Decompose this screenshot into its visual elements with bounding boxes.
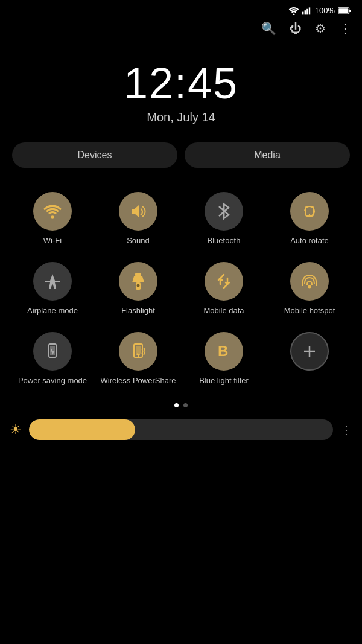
qs-powersave[interactable]: Power saving mode [10,325,95,395]
wifi-icon [43,203,62,219]
powershare-label: Wireless PowerShare [101,376,176,386]
clock-section: 12:45 Mon, July 14 [0,42,362,142]
airplane-icon-wrap [33,262,72,301]
power-icon[interactable]: ⏻ [290,22,302,36]
hotspot-icon-wrap [290,262,329,301]
powershare-icon [130,342,147,361]
qs-mobiledata[interactable]: Mobile data [181,255,267,325]
bluetooth-icon-wrap [205,192,243,231]
brightness-icon: ☀ [10,422,22,438]
top-icons-row: 🔍 ⏻ ⚙ ⋮ [0,19,362,42]
svg-rect-2 [304,10,305,14]
autorotate-label: Auto rotate [290,236,329,246]
search-icon[interactable]: 🔍 [261,21,276,36]
powersave-icon [44,342,61,361]
sound-label: Sound [127,236,150,246]
svg-rect-12 [135,273,141,276]
svg-rect-19 [51,343,54,345]
airplane-icon [43,272,62,290]
clock-date: Mon, July 14 [147,110,215,124]
flashlight-icon-wrap [119,262,157,301]
qs-powershare[interactable]: Wireless PowerShare [95,325,181,395]
brightness-track[interactable] [29,419,333,440]
hotspot-icon [300,272,319,291]
sound-icon-wrap [119,192,157,231]
svg-rect-3 [306,8,308,14]
svg-point-0 [293,13,294,15]
flashlight-icon [130,272,147,291]
powersave-label: Power saving mode [18,376,87,386]
bluelight-icon: B [214,342,233,361]
dot-2 [183,403,188,407]
qs-hotspot[interactable]: Mobile hotspot [267,255,352,325]
svg-point-16 [308,285,311,288]
signal-icon [302,7,312,15]
quick-settings-grid: Wi-Fi Sound Bluetooth [0,180,362,395]
clock-time: 12:45 [124,59,238,108]
brightness-section: ☀ ⋮ [0,413,362,446]
sound-icon [129,202,148,221]
powershare-icon-wrap [119,332,157,371]
qs-sound[interactable]: Sound [95,185,181,255]
tab-media[interactable]: Media [185,142,350,168]
mobiledata-label: Mobile data [203,306,244,316]
mobiledata-icon [215,272,233,290]
add-icon-wrap [290,332,329,371]
qs-bluetooth[interactable]: Bluetooth [181,185,267,255]
page-dots [0,395,362,413]
svg-rect-6 [349,9,351,11]
add-icon [301,343,318,360]
brightness-menu-icon[interactable]: ⋮ [340,422,352,437]
more-options-icon[interactable]: ⋮ [339,21,351,36]
flashlight-label: Flashlight [121,306,155,316]
brightness-fill [29,419,135,440]
status-icons: 100% [288,6,351,15]
battery-text: 100% [315,6,335,15]
settings-icon[interactable]: ⚙ [315,21,326,36]
wifi-icon-wrap [33,192,72,231]
qs-add[interactable] [267,325,352,395]
qs-bluelight[interactable]: B Blue light filter [181,325,267,395]
autorotate-icon-wrap [290,192,329,231]
svg-text:B: B [218,343,228,359]
svg-marker-9 [132,205,139,217]
svg-rect-7 [338,8,348,13]
battery-icon [338,7,351,14]
bluelight-icon-wrap: B [205,332,243,371]
autorotate-icon [300,202,319,221]
hotspot-label: Mobile hotspot [284,306,335,316]
dot-1 [174,403,179,407]
qs-autorotate[interactable]: Auto rotate [267,185,352,255]
qs-flashlight[interactable]: Flashlight [95,255,181,325]
svg-rect-1 [302,11,303,14]
wifi-status-icon [288,7,299,15]
bluetooth-icon [217,202,231,221]
tab-row: Devices Media [0,142,362,180]
svg-rect-22 [137,343,140,345]
status-bar: 100% [0,0,362,19]
bluetooth-label: Bluetooth [208,236,241,246]
wifi-label: Wi-Fi [43,236,62,246]
svg-point-15 [137,284,140,287]
mobiledata-icon-wrap [205,262,243,301]
powersave-icon-wrap [33,332,72,371]
qs-wifi[interactable]: Wi-Fi [10,185,95,255]
svg-rect-4 [309,7,310,14]
tab-devices[interactable]: Devices [12,142,177,168]
svg-marker-13 [132,276,144,282]
svg-point-8 [51,215,54,219]
bluelight-label: Blue light filter [199,376,249,386]
qs-airplane[interactable]: Airplane mode [10,255,95,325]
airplane-label: Airplane mode [27,306,78,316]
